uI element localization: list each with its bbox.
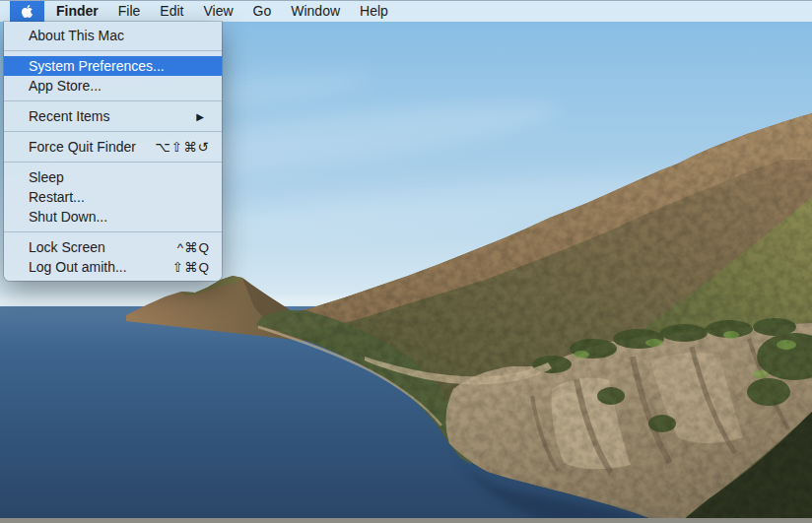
menubar-item-help[interactable]: Help <box>350 1 398 22</box>
menu-separator <box>4 131 222 132</box>
menu-item-log-out-amith[interactable]: Log Out amith...⇧⌘Q <box>4 257 222 277</box>
menu-item-system-preferences[interactable]: System Preferences... <box>4 56 222 76</box>
submenu-arrow-icon: ▶ <box>196 111 204 122</box>
menu-separator <box>4 100 222 101</box>
menu-item-shortcut: ⌥⇧⌘↺ <box>155 139 210 155</box>
menu-separator <box>4 231 222 232</box>
menu-bar: FinderFileEditViewGoWindowHelp <box>0 0 812 22</box>
menubar-items: FinderFileEditViewGoWindowHelp <box>46 1 398 22</box>
apple-menu-button[interactable] <box>10 1 44 23</box>
menu-item-label: Shut Down... <box>29 209 210 225</box>
menu-item-shortcut: ⇧⌘Q <box>172 259 210 275</box>
menu-item-label: Force Quit Finder <box>29 139 155 155</box>
menu-item-label: App Store... <box>29 78 210 94</box>
menu-item-label: Lock Screen <box>29 239 177 255</box>
dock-edge-strip <box>0 518 812 523</box>
menubar-item-file[interactable]: File <box>108 1 151 22</box>
menu-separator <box>4 162 222 163</box>
menubar-item-finder[interactable]: Finder <box>46 1 108 22</box>
menu-item-force-quit-finder[interactable]: Force Quit Finder⌥⇧⌘↺ <box>4 137 222 157</box>
menu-item-lock-screen[interactable]: Lock Screen^⌘Q <box>4 237 222 257</box>
menubar-item-view[interactable]: View <box>193 1 242 22</box>
macos-desktop: FinderFileEditViewGoWindowHelp About Thi… <box>0 0 812 523</box>
apple-logo-icon <box>21 4 34 19</box>
menubar-item-edit[interactable]: Edit <box>150 1 193 22</box>
menu-item-shut-down[interactable]: Shut Down... <box>4 207 222 227</box>
menu-item-label: Recent Items <box>29 108 196 124</box>
menubar-item-go[interactable]: Go <box>243 1 282 22</box>
menu-item-app-store[interactable]: App Store... <box>4 76 222 96</box>
menu-item-sleep[interactable]: Sleep <box>4 167 222 187</box>
menu-item-shortcut: ^⌘Q <box>177 239 210 255</box>
menu-item-restart[interactable]: Restart... <box>4 187 222 207</box>
menubar-item-window[interactable]: Window <box>281 1 350 22</box>
menu-item-label: About This Mac <box>29 28 210 43</box>
menu-item-recent-items[interactable]: Recent Items▶ <box>4 106 222 126</box>
menu-item-label: Restart... <box>29 189 210 205</box>
menu-item-label: Log Out amith... <box>29 259 172 275</box>
apple-menu: About This MacSystem Preferences...App S… <box>4 22 222 281</box>
menu-item-label: Sleep <box>29 169 210 185</box>
menu-item-about-this-mac[interactable]: About This Mac <box>4 26 222 45</box>
menu-item-label: System Preferences... <box>29 58 210 74</box>
menu-separator <box>4 50 222 51</box>
